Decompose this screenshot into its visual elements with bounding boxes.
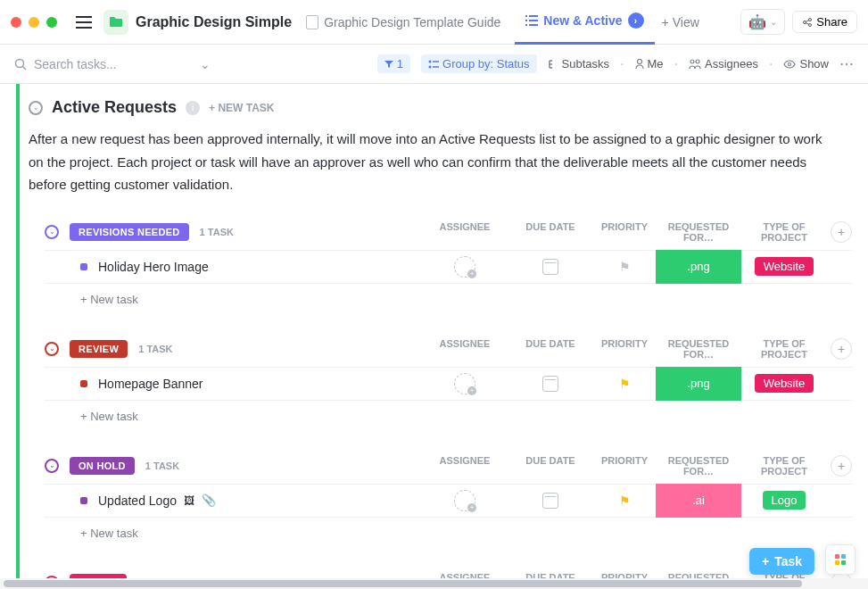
close-window[interactable]	[11, 17, 21, 28]
filter-button[interactable]: 1	[377, 54, 410, 73]
scrollbar-thumb[interactable]	[4, 580, 802, 587]
minimize-window[interactable]	[29, 17, 39, 28]
col-priority[interactable]: PRIORITY	[593, 455, 656, 477]
subtasks-icon	[548, 59, 558, 70]
assignee-cell[interactable]	[422, 256, 508, 278]
col-assignee[interactable]: ASSIGNEE	[422, 455, 508, 477]
due-date-cell[interactable]	[508, 493, 593, 509]
robot-icon: 🤖	[748, 13, 766, 30]
group-by-button[interactable]: Group by: Status	[421, 54, 537, 73]
status-badge[interactable]: ON HOLD	[70, 457, 135, 475]
folder-icon[interactable]	[103, 10, 128, 35]
col-assignee[interactable]: ASSIGNEE	[422, 572, 508, 579]
due-date-cell[interactable]	[508, 376, 593, 392]
flag-icon: ⚑	[619, 494, 631, 508]
add-column-button[interactable]: +	[831, 455, 852, 477]
status-badge[interactable]: REVISIONS NEEDED	[70, 223, 189, 241]
subtasks-button[interactable]: Subtasks	[548, 57, 609, 71]
priority-cell[interactable]: ⚑	[593, 494, 656, 508]
add-column-button[interactable]: +	[831, 338, 852, 360]
col-due-date[interactable]: DUE DATE	[508, 572, 593, 579]
type-cell[interactable]: Website	[741, 257, 827, 276]
collapse-icon[interactable]: ⌄	[45, 225, 59, 239]
collapse-icon[interactable]: ⌄	[45, 459, 59, 473]
collapse-icon[interactable]: ⌄	[45, 342, 59, 356]
new-task-row[interactable]: + New task	[45, 284, 852, 310]
horizontal-scrollbar[interactable]	[0, 578, 868, 589]
new-task-row[interactable]: + New task	[45, 518, 852, 543]
col-type-of-project[interactable]: TYPE OF PROJECT	[741, 221, 827, 243]
thumbnail-icon: 🖼	[184, 494, 194, 507]
subtasks-label: Subtasks	[562, 57, 609, 71]
assignees-button[interactable]: Assignees	[689, 57, 758, 71]
col-requested-format[interactable]: REQUESTED FOR…	[656, 455, 741, 477]
add-column-button[interactable]: +	[831, 221, 852, 243]
task-row[interactable]: Updated Logo 🖼📎 ⚑ .ai Logo	[45, 484, 852, 518]
plus-icon: +	[662, 15, 669, 29]
due-date-cell[interactable]	[508, 259, 593, 275]
task-row[interactable]: Holiday Hero Image ⚑ .png Website	[45, 250, 852, 284]
show-button[interactable]: Show	[783, 57, 829, 71]
view-tab-new-active[interactable]: New & Active ›	[515, 0, 654, 45]
menu-icon[interactable]	[71, 10, 96, 35]
new-task-button[interactable]: + NEW TASK	[209, 102, 274, 114]
type-cell[interactable]: Website	[741, 374, 827, 393]
format-badge[interactable]: .ai	[656, 484, 741, 518]
me-label: Me	[648, 57, 664, 71]
assignee-cell[interactable]	[422, 490, 508, 511]
new-task-row[interactable]: + New task	[45, 401, 852, 427]
col-priority[interactable]: PRIORITY	[593, 338, 656, 360]
breadcrumb-doc[interactable]: Graphic Design Template Guide	[299, 15, 508, 29]
more-icon[interactable]: ⋯	[839, 55, 854, 72]
col-assignee[interactable]: ASSIGNEE	[422, 338, 508, 360]
collapse-icon[interactable]: ⌄	[29, 101, 43, 115]
fab-label: Task	[774, 554, 802, 568]
new-task-fab[interactable]: + Task	[749, 548, 814, 575]
maximize-window[interactable]	[46, 17, 57, 28]
info-icon[interactable]: i	[186, 101, 200, 115]
automation-button[interactable]: 🤖 ⌄	[740, 9, 785, 35]
col-requested-format[interactable]: REQUESTED FOR…	[656, 338, 741, 360]
add-view-label: View	[673, 15, 699, 29]
col-requested-format[interactable]: REQUESTED FOR…	[656, 572, 741, 579]
col-due-date[interactable]: DUE DATE	[508, 455, 593, 477]
type-cell[interactable]: Logo	[741, 491, 827, 510]
col-priority[interactable]: PRIORITY	[593, 221, 656, 243]
type-badge: Website	[755, 257, 814, 276]
filter-count: 1	[397, 57, 403, 71]
priority-cell[interactable]: ⚑	[593, 260, 656, 274]
chevron-down-icon[interactable]: ⌄	[200, 57, 211, 71]
format-badge[interactable]: .png	[656, 367, 741, 401]
col-due-date[interactable]: DUE DATE	[508, 221, 593, 243]
col-requested-format[interactable]: REQUESTED FOR…	[656, 221, 741, 243]
calendar-icon	[542, 259, 558, 275]
search-input[interactable]	[34, 57, 168, 71]
task-name[interactable]: Holiday Hero Image	[98, 260, 422, 274]
section-title: Active Requests	[52, 98, 177, 117]
search-box[interactable]: ⌄	[14, 57, 211, 71]
arrow-right-icon: ›	[628, 12, 644, 29]
group-header: ⌄ REVISIONS NEEDED 1 TASK ASSIGNEE DUE D…	[45, 214, 852, 250]
col-priority[interactable]: PRIORITY	[593, 572, 656, 579]
status-badge[interactable]: REVIEW	[70, 340, 128, 358]
task-cells: ⚑ .png Website	[422, 250, 852, 284]
type-badge: Logo	[763, 491, 806, 510]
format-badge[interactable]: .png	[656, 250, 741, 284]
me-button[interactable]: Me	[635, 57, 664, 71]
task-name[interactable]: Homepage Banner	[98, 377, 422, 391]
assignee-cell[interactable]	[422, 373, 508, 394]
task-name[interactable]: Updated Logo 🖼📎	[98, 494, 422, 508]
priority-cell[interactable]: ⚑	[593, 377, 656, 391]
svg-point-7	[690, 60, 694, 63]
apps-fab[interactable]	[825, 544, 856, 575]
eye-icon	[783, 60, 796, 69]
col-type-of-project[interactable]: TYPE OF PROJECT	[741, 338, 827, 360]
col-assignee[interactable]: ASSIGNEE	[422, 221, 508, 243]
col-type-of-project[interactable]: TYPE OF PROJECT	[741, 455, 827, 477]
status-group: ⌄ DESIGN 1 TASK ASSIGNEE DUE DATE PRIORI…	[45, 565, 852, 579]
status-group: ⌄ ON HOLD 1 TASK ASSIGNEE DUE DATE PRIOR…	[45, 448, 852, 543]
col-due-date[interactable]: DUE DATE	[508, 338, 593, 360]
share-button[interactable]: Share	[792, 11, 857, 33]
task-row[interactable]: Homepage Banner ⚑ .png Website	[45, 367, 852, 401]
add-view-button[interactable]: + View	[662, 15, 699, 29]
